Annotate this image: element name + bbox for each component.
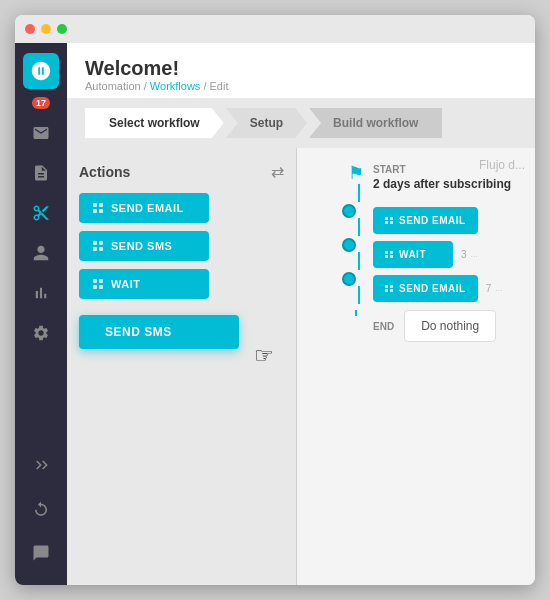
breadcrumb: Automation / Workflows / Edit <box>85 80 517 92</box>
actions-sort-icon: ⇄ <box>271 162 284 181</box>
flow-grid-2 <box>385 251 393 258</box>
wait-extra-dots: ... <box>471 249 479 259</box>
v-connector-3 <box>358 286 360 304</box>
email-extra-dots: ... <box>495 283 503 293</box>
gear-icon <box>32 324 50 342</box>
file-icon <box>32 164 50 182</box>
sidebar-item-expand[interactable] <box>23 447 59 483</box>
flow-grid-1 <box>385 217 393 224</box>
cursor-hand-icon: ☞ <box>254 343 274 369</box>
step-tabs: Select workflow Setup Build workflow <box>67 98 535 148</box>
flow-canvas: Flujo d... ⚑ START 2 days after subscrib… <box>297 148 535 585</box>
notification-badge: 17 <box>32 97 50 109</box>
chevrons-right-icon <box>32 456 50 474</box>
browser-bar <box>15 15 535 43</box>
sidebar-item-gear[interactable] <box>23 315 59 351</box>
end-label: END <box>373 321 394 332</box>
sidebar-item-scissors[interactable] <box>23 195 59 231</box>
flow-send-email-btn-2[interactable]: SEND EMAIL <box>373 275 478 302</box>
person-icon <box>32 244 50 262</box>
sidebar-item-mail[interactable] <box>23 115 59 151</box>
actions-header: Actions ⇄ <box>79 162 284 181</box>
app-logo <box>23 53 59 89</box>
chart-icon <box>32 284 50 302</box>
tab-build-workflow[interactable]: Build workflow <box>309 108 442 138</box>
mail-icon <box>32 124 50 142</box>
logo-icon <box>30 60 52 82</box>
grid-icon <box>93 203 103 213</box>
wait-extra: 3 <box>461 249 467 260</box>
actions-title: Actions <box>79 164 130 180</box>
grid-icon-2 <box>93 241 103 251</box>
workflow-area: Actions ⇄ SEND EMAIL SEND SMS <box>67 148 535 585</box>
grid-icon-3 <box>93 279 103 289</box>
sidebar: 17 <box>15 43 67 585</box>
sidebar-item-file[interactable] <box>23 155 59 191</box>
chat-icon <box>32 544 50 562</box>
flag-icon: ⚑ <box>348 162 364 184</box>
dot-green[interactable] <box>57 24 67 34</box>
send-email-action-btn[interactable]: SEND EMAIL <box>79 193 209 223</box>
tab-setup[interactable]: Setup <box>226 108 307 138</box>
sidebar-item-chart[interactable] <box>23 275 59 311</box>
v-connector-1 <box>358 218 360 236</box>
v-connector-start <box>358 184 360 202</box>
flow-grid-3 <box>385 285 393 292</box>
sidebar-item-person[interactable] <box>23 235 59 271</box>
browser-window: 17 <box>15 15 535 585</box>
email-extra: 7 <box>486 283 492 294</box>
app-container: 17 <box>15 43 535 585</box>
dragging-send-sms-btn[interactable]: SEND SMS <box>79 315 239 349</box>
flow-dot-2 <box>342 238 356 252</box>
page-header: Welcome! Automation / Workflows / Edit <box>67 43 535 98</box>
flow-wait-btn[interactable]: WAIT <box>373 241 453 268</box>
flow-send-email-btn-1[interactable]: SEND EMAIL <box>373 207 478 234</box>
trigger-label: 2 days after subscribing <box>373 177 511 191</box>
actions-panel: Actions ⇄ SEND EMAIL SEND SMS <box>67 148 297 585</box>
tab-select-workflow[interactable]: Select workflow <box>85 108 224 138</box>
flujo-label: Flujo d... <box>479 158 525 172</box>
breadcrumb-workflows-link[interactable]: Workflows <box>150 80 201 92</box>
drag-preview: SEND SMS ☞ <box>79 315 284 349</box>
sidebar-item-chat[interactable] <box>23 535 59 571</box>
sidebar-item-refresh[interactable] <box>23 491 59 527</box>
v-end-line <box>355 310 357 316</box>
flow-dot-1 <box>342 204 356 218</box>
dot-yellow[interactable] <box>41 24 51 34</box>
page-title: Welcome! <box>85 57 517 80</box>
scissors-icon <box>32 204 50 222</box>
wait-action-btn[interactable]: WAIT <box>79 269 209 299</box>
dot-red[interactable] <box>25 24 35 34</box>
send-sms-action-btn[interactable]: SEND SMS <box>79 231 209 261</box>
refresh-icon <box>32 500 50 518</box>
v-connector-2 <box>358 252 360 270</box>
do-nothing-box: Do nothing <box>404 310 496 342</box>
main-content: Welcome! Automation / Workflows / Edit S… <box>67 43 535 585</box>
sidebar-bottom <box>23 447 59 585</box>
flow-dot-3 <box>342 272 356 286</box>
